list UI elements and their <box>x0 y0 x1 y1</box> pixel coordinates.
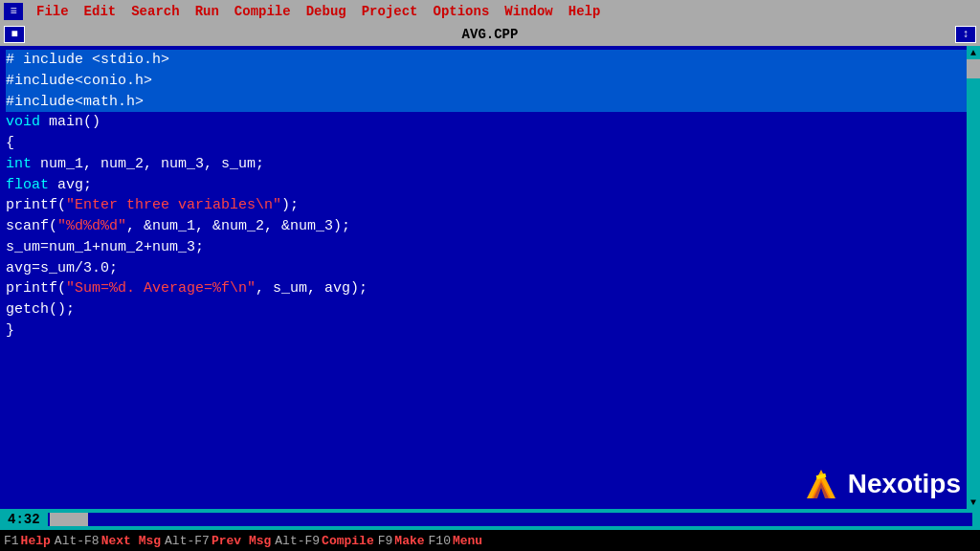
code-line-7: float avg; <box>6 175 974 196</box>
menu-compile-label: Compile <box>234 4 291 19</box>
fk-altf7[interactable]: Alt-F7 Prev Msg <box>165 534 271 548</box>
code-line-6: int num_1, num_2, num_3, s_um; <box>6 154 974 175</box>
menu-edit-label: Edit <box>84 4 117 19</box>
scroll-down[interactable]: ▼ <box>967 496 980 509</box>
function-key-bar: F1 Help Alt-F8 Next Msg Alt-F7 Prev Msg … <box>0 530 980 551</box>
code-line-2: #include<conio.h> <box>6 71 974 92</box>
window-control-right[interactable]: ↕ <box>955 26 976 43</box>
fk-altf7-key: Alt-F7 <box>165 534 210 548</box>
menubar: ≡ File Edit Search Run Compile Debug Pro… <box>0 0 980 23</box>
fk-f10-key: F10 <box>429 534 451 548</box>
menu-help[interactable]: Help <box>561 0 609 23</box>
code-line-11: avg=s_um/3.0; <box>6 258 974 279</box>
menu-project[interactable]: Project <box>354 0 426 23</box>
scroll-up[interactable]: ▲ <box>967 46 980 59</box>
watermark: Nexotips <box>802 465 961 503</box>
menu-project-label: Project <box>362 4 418 19</box>
code-line-1: # include <stdio.h> <box>6 50 974 71</box>
menu-window[interactable]: Window <box>497 0 560 23</box>
nexotips-label: Nexotips <box>848 469 961 499</box>
window-control-left[interactable]: ■ <box>4 26 25 43</box>
code-line-8: printf("Enter three variables\n"); <box>6 195 974 216</box>
menu-search-label: Search <box>131 4 179 19</box>
code-line-9: scanf("%d%d%d", &num_1, &num_2, &num_3); <box>6 216 974 237</box>
cursor-position: 4:32 <box>8 512 40 527</box>
menu-file[interactable]: File <box>29 0 77 23</box>
code-line-5: { <box>6 133 974 154</box>
menu-edit[interactable]: Edit <box>77 0 124 23</box>
menu-run-label: Run <box>195 4 219 19</box>
scroll-thumb[interactable] <box>967 59 980 78</box>
code-line-4: void main() <box>6 112 974 133</box>
horizontal-scroll-thumb[interactable] <box>50 513 88 526</box>
fk-f10[interactable]: F10 Menu <box>429 534 483 548</box>
fk-f9-label: Make <box>394 534 424 548</box>
menu-run[interactable]: Run <box>188 0 227 23</box>
fk-altf7-label: Prev Msg <box>212 534 271 548</box>
fk-altf8[interactable]: Alt-F8 Next Msg <box>55 534 161 548</box>
fk-f9-key: F9 <box>378 534 393 548</box>
code-line-12: printf("Sum=%d. Average=%f\n", s_um, avg… <box>6 278 974 299</box>
code-line-3: #include<math.h> <box>6 92 974 113</box>
menu-file-label: File <box>36 4 69 19</box>
code-line-10: s_um=num_1+num_2+num_3; <box>6 237 974 258</box>
menu-search[interactable]: Search <box>123 0 187 23</box>
menu-options-label: Options <box>434 4 490 19</box>
code-editor[interactable]: # include <stdio.h> #include<conio.h> #i… <box>0 46 980 509</box>
fk-f9[interactable]: F9 Make <box>378 534 425 548</box>
fk-altf9-label: Compile <box>322 534 374 548</box>
statusbar: 4:32 <box>0 509 980 530</box>
code-line-14: } <box>6 320 974 342</box>
horizontal-scrollbar[interactable] <box>48 513 972 526</box>
titlebar: ■ AVG.CPP ↕ <box>0 23 980 46</box>
fk-f1-label: Help <box>21 534 51 548</box>
fk-f10-label: Menu <box>453 534 482 548</box>
code-line-13: getch(); <box>6 299 974 320</box>
menu-debug[interactable]: Debug <box>299 0 354 23</box>
nexotips-logo-icon <box>802 465 840 503</box>
scrollbar[interactable]: ▲ ▼ <box>967 46 980 509</box>
fk-f1[interactable]: F1 Help <box>4 534 51 548</box>
fk-altf9-key: Alt-F9 <box>275 534 320 548</box>
menu-window-label: Window <box>504 4 552 19</box>
window-title: AVG.CPP <box>462 27 519 42</box>
fk-altf9[interactable]: Alt-F9 Compile <box>275 534 373 548</box>
fk-altf8-key: Alt-F8 <box>55 534 100 548</box>
menu-icon[interactable]: ≡ <box>4 3 23 20</box>
fk-altf8-label: Next Msg <box>101 534 161 548</box>
menu-help-label: Help <box>568 4 601 19</box>
menu-options[interactable]: Options <box>426 0 498 23</box>
fk-f1-key: F1 <box>4 534 19 548</box>
menu-compile[interactable]: Compile <box>227 0 299 23</box>
menu-debug-label: Debug <box>306 4 346 19</box>
